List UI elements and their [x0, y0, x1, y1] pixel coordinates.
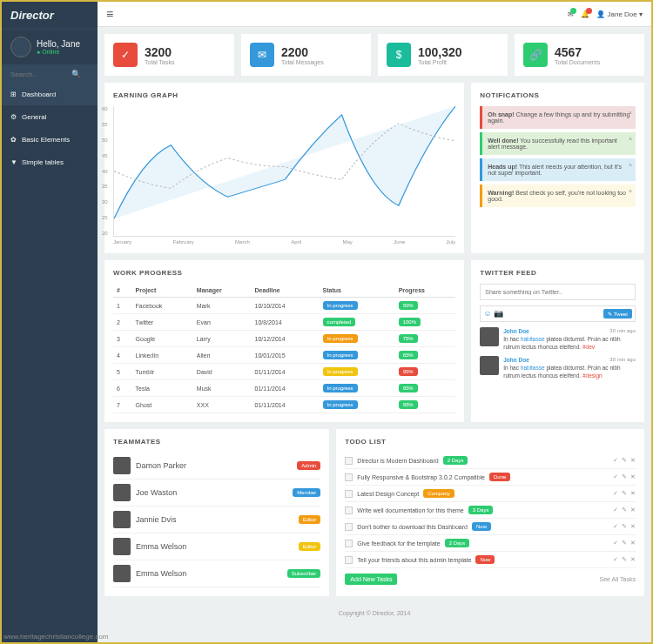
role-badge: Member: [293, 488, 320, 497]
delete-icon[interactable]: ✕: [630, 556, 636, 563]
search-icon[interactable]: 🔍: [71, 70, 81, 78]
role-badge: Subscriber: [287, 569, 321, 578]
chart: 605550454035302520: [113, 106, 455, 237]
chart-title: EARNING GRAPH: [113, 91, 455, 99]
todo-item: Give feedback for the template2 Days✓✎✕: [345, 535, 636, 552]
checkbox[interactable]: [345, 506, 353, 514]
avatar[interactable]: [10, 37, 31, 57]
alert: Heads up! This alert needs your attentio…: [480, 158, 636, 181]
stat-label: Total Tasks: [145, 59, 175, 65]
tweet: 30 min agoJohn DoeIn hac habitasse plate…: [480, 356, 636, 379]
todo-panel: TODO LIST Director is Modern Dashboard2 …: [336, 429, 644, 596]
stat-icon: ✉: [250, 43, 274, 67]
user-status: ● Online: [37, 49, 80, 55]
close-icon[interactable]: ×: [629, 162, 632, 168]
avatar: [480, 356, 499, 375]
user-menu[interactable]: 👤 Jane Doe ▾: [596, 10, 643, 18]
todo-item: Tell your friends about this admin templ…: [345, 552, 636, 568]
check-icon[interactable]: ✓: [613, 506, 618, 513]
todo-item: Director is Modern Dashboard2 Days✓✎✕: [345, 453, 636, 469]
todo-text: Director is Modern Dashboard: [357, 458, 438, 464]
delete-icon[interactable]: ✕: [630, 457, 636, 464]
delete-icon[interactable]: ✕: [630, 490, 636, 497]
check-icon[interactable]: ✓: [613, 473, 618, 480]
table-header: Manager: [193, 284, 252, 298]
edit-icon[interactable]: ✎: [622, 523, 627, 530]
checkbox[interactable]: [345, 490, 353, 498]
nav-item-general[interactable]: ⚙General: [2, 106, 98, 129]
menu-toggle-icon[interactable]: ≡: [106, 7, 113, 21]
emoji-icon[interactable]: ☺ 📷: [483, 309, 503, 319]
table-row: 2TwitterEvan10/8/2014completed100%: [113, 314, 455, 331]
delete-icon[interactable]: ✕: [630, 523, 636, 530]
todo-badge: Now: [475, 555, 495, 564]
team-title: TEAMMATES: [113, 438, 320, 446]
status-badge: In progress: [323, 400, 358, 409]
delete-icon[interactable]: ✕: [630, 506, 636, 513]
add-tasks-button[interactable]: Add New Tasks: [345, 574, 397, 585]
stat-icon: ✓: [113, 43, 138, 67]
bell-icon[interactable]: 🔔: [581, 10, 589, 18]
check-icon[interactable]: ✓: [613, 490, 618, 497]
table-row: 7GhostXXX01/11/2014In progress95%: [113, 397, 455, 413]
close-icon[interactable]: ×: [629, 110, 632, 116]
edit-icon[interactable]: ✎: [622, 506, 627, 513]
tweet-author[interactable]: John Doe: [503, 328, 529, 334]
teammate-name: Emma Welson: [136, 542, 186, 551]
table-header: #: [113, 284, 132, 298]
checkbox[interactable]: [345, 457, 353, 465]
check-icon[interactable]: ✓: [613, 540, 618, 547]
edit-icon[interactable]: ✎: [622, 457, 627, 464]
todo-badge: 2 Days: [443, 456, 468, 465]
edit-icon[interactable]: ✎: [622, 540, 627, 547]
edit-icon[interactable]: ✎: [622, 556, 627, 563]
checkbox[interactable]: [345, 523, 353, 531]
table-row: 3GoogleLarry10/12/2014In progress75%: [113, 331, 455, 347]
todo-item: Write well documentation for this theme3…: [345, 502, 636, 519]
checkbox[interactable]: [345, 540, 353, 547]
teammate-row: Emma WelsonSubscriber: [113, 560, 320, 587]
close-icon[interactable]: ×: [629, 136, 632, 142]
close-icon[interactable]: ×: [629, 188, 632, 194]
todo-item: Fully Responsive & Bootstrap 3.0.2 Compa…: [345, 469, 636, 486]
nav-icon: ✿: [10, 136, 17, 144]
role-badge: Editor: [299, 515, 321, 524]
stat-card: 🔗4567Total Documents: [515, 34, 644, 76]
nav-item-simple-tables[interactable]: ▼Simple tables: [2, 151, 98, 174]
status-badge: In progress: [323, 384, 358, 392]
edit-icon[interactable]: ✎: [622, 473, 627, 480]
delete-icon[interactable]: ✕: [630, 473, 636, 480]
tweet-button[interactable]: ✎ Tweet: [603, 309, 632, 319]
nav-item-dashboard[interactable]: ⊞Dashboard: [2, 84, 98, 106]
avatar: [113, 484, 131, 501]
edit-icon[interactable]: ✎: [622, 490, 627, 497]
table-row: 1FacebookMark10/10/2014In progress50%: [113, 298, 455, 314]
progress-badge: 95%: [399, 367, 418, 376]
see-all-link[interactable]: See All Tasks: [599, 576, 636, 582]
search-input[interactable]: [10, 70, 71, 78]
search-box[interactable]: 🔍: [2, 64, 98, 84]
check-icon[interactable]: ✓: [613, 523, 618, 530]
table-header: Project: [132, 284, 193, 298]
stat-value: 2200: [281, 45, 324, 59]
progress-badge: 100%: [399, 318, 421, 326]
twitter-input[interactable]: [480, 284, 636, 300]
status-badge: completed: [323, 318, 356, 326]
table-header: Progress: [395, 284, 456, 298]
progress-badge: 95%: [399, 384, 418, 392]
check-icon[interactable]: ✓: [613, 556, 618, 563]
nav-item-basic-elements[interactable]: ✿Basic Elements: [2, 129, 98, 151]
tweet-author[interactable]: John Doe: [503, 357, 529, 363]
checkbox[interactable]: [345, 556, 353, 564]
status-badge: In progress: [323, 351, 358, 359]
delete-icon[interactable]: ✕: [630, 540, 636, 547]
todo-text: Latest Design Concept: [357, 491, 419, 497]
table-row: 6TeslaMusk01/11/2014In progress95%: [113, 380, 455, 397]
mail-icon[interactable]: ✉: [568, 10, 574, 18]
checkbox[interactable]: [345, 473, 353, 481]
check-icon[interactable]: ✓: [613, 457, 618, 464]
progress-badge: 95%: [399, 400, 418, 409]
stat-value: 3200: [145, 45, 175, 59]
teammate-name: Emma Welson: [136, 569, 186, 578]
teammate-row: Joe WastonMember: [113, 480, 320, 506]
